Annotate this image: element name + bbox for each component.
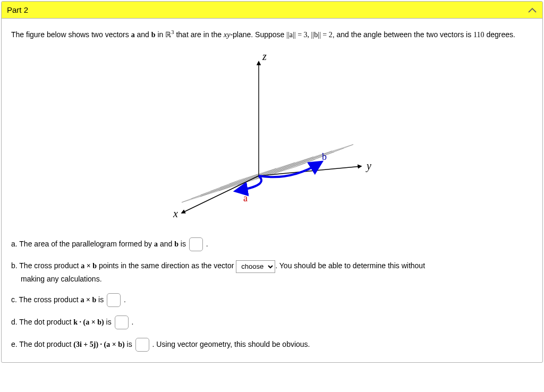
content-area: The figure below shows two vectors a and…	[2, 19, 542, 362]
b-label: b	[322, 151, 327, 162]
dot-expr: (3i + 5j) · (a × b)	[73, 340, 124, 348]
y-label: y	[366, 160, 371, 172]
vec-a: a	[154, 240, 158, 248]
text: points in the same direction as the vect…	[97, 261, 236, 270]
text: . You should be able to determine this w…	[275, 261, 425, 270]
cross-prod: a × b	[80, 296, 96, 304]
x-label: x	[173, 208, 178, 219]
a-label: a	[243, 193, 248, 203]
text: e. The dot product	[11, 340, 73, 348]
answer-c-input[interactable]	[107, 293, 121, 307]
part-header[interactable]: Part 2	[2, 2, 542, 19]
svg-line-9	[219, 168, 276, 191]
text: and	[135, 30, 151, 39]
cross-prod: a × b	[81, 262, 97, 270]
angle-value: 110	[473, 31, 484, 39]
part-label: Part 2	[7, 5, 28, 14]
text: making any calculations.	[21, 273, 533, 285]
vector-a: a	[131, 31, 135, 39]
text: is	[125, 340, 134, 348]
svg-line-0	[182, 167, 296, 202]
text: degrees.	[484, 30, 515, 39]
text: that are in the	[174, 30, 224, 39]
real-space: ℝ3	[165, 31, 174, 39]
text: .	[131, 318, 133, 326]
text: .	[206, 240, 208, 248]
chevron-up-icon	[528, 7, 537, 13]
vector-b: b	[151, 31, 156, 39]
text: c. The cross product	[11, 295, 80, 304]
text: , and the angle between the two vectors …	[333, 30, 473, 39]
question-d: d. The dot product k · (a × b) is .	[11, 316, 533, 329]
question-e: e. The dot product (3i + 5j) · (a × b) i…	[11, 338, 533, 352]
question-b: b. The cross product a × b points in the…	[11, 260, 533, 285]
norm-a: ||a||	[286, 31, 295, 39]
xy-plane: xy	[224, 31, 230, 39]
intro-text: The figure below shows two vectors a and…	[11, 28, 533, 41]
text: d. The dot product	[11, 318, 73, 326]
answer-b-select[interactable]: choose	[236, 260, 275, 273]
text: . Using vector geometry, this should be …	[152, 340, 310, 348]
val-a: = 3,	[296, 31, 311, 39]
val-b: = 2	[321, 31, 333, 39]
text: is	[104, 318, 114, 326]
question-c: c. The cross product a × b is .	[11, 293, 533, 307]
question-a: a. The area of the parallelogram formed …	[11, 237, 533, 251]
text: .	[124, 295, 126, 304]
answer-d-input[interactable]	[115, 316, 129, 329]
text: The figure below shows two vectors	[11, 30, 131, 39]
problem-container: Part 2 The figure below shows two vector…	[1, 1, 543, 363]
text: a. The area of the parallelogram formed …	[11, 240, 154, 248]
text: is	[178, 240, 188, 248]
z-label: z	[262, 50, 267, 62]
text: b. The cross product	[11, 261, 81, 270]
vector-figure: z y x a b	[11, 48, 533, 227]
answer-e-input[interactable]	[135, 338, 149, 352]
vec-b: b	[174, 240, 178, 248]
answer-a-input[interactable]	[189, 237, 203, 251]
text: is	[96, 295, 106, 304]
text: -plane. Suppose	[230, 30, 286, 39]
dot-expr: k · (a × b)	[73, 318, 104, 326]
norm-b: ||b||	[311, 31, 321, 39]
text: and	[158, 240, 174, 248]
svg-line-10	[237, 163, 295, 185]
svg-line-8	[200, 174, 258, 197]
grid-plane	[182, 144, 353, 202]
text: in	[156, 30, 166, 39]
figure-svg: z y x a b	[160, 48, 384, 224]
